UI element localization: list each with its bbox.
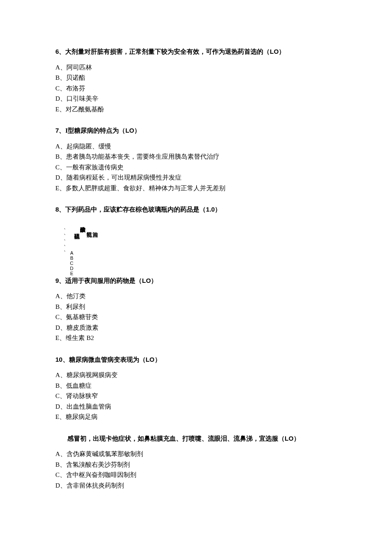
q9-sep: 、	[59, 277, 65, 284]
question-8: 8、下列药品中，应该贮存在棕色玻璃瓶内的药品是（1.0） 、、、、、 ABCDE…	[55, 205, 337, 276]
q8-close: ）	[215, 206, 221, 213]
q10-text: 糖尿病微血管病变表现为（	[69, 356, 146, 363]
q10-number: 10	[55, 356, 63, 363]
q9-options: A、他汀类 B、利尿剂 C、氨基糖苷类 D、糖皮质激素 E、维生素 B2	[55, 291, 337, 343]
q10-opt-a: A、糖尿病视网膜病变	[55, 370, 337, 380]
q10-opt-b: B、低血糖症	[55, 381, 337, 391]
question-11: 感冒初，出现卡他症状，如鼻粘膜充血、打喷嚏、流眼泪、流鼻涕，宜选服（LO） A、…	[55, 434, 337, 491]
q7-sep: 、	[59, 127, 65, 134]
q11-opt-d: D、含非留体抗炎药制剂	[55, 481, 337, 491]
q11-close: ）	[294, 435, 300, 442]
q7-opt-e: E、多数人肥胖或超重、食欲好、精神体力与正常人并无差别	[55, 183, 337, 193]
q9-opt-a: A、他汀类	[55, 291, 337, 301]
question-9: 9、适用于夜间服用的药物是（LO） A、他汀类 B、利尿剂 C、氨基糖苷类 D、…	[55, 276, 337, 343]
q8-vcol1: 、、、、、	[63, 227, 69, 255]
q9-text: 适用于夜间服用的药物是（	[65, 277, 142, 284]
q9-opt-e: E、维生素 B2	[55, 333, 337, 343]
q8-vcol2: ABCDE	[69, 250, 74, 276]
q6-opt-e: E、对乙酰氨基酚	[55, 105, 337, 114]
q9-opt-b: B、利尿剂	[55, 302, 337, 312]
q6-options: A、阿司匹林 B、贝诺酯 C、布洛芬 D、口引味美辛 E、对乙酰氨基酚	[55, 63, 337, 114]
q7-opt-c: C、一般有家族遗传病史	[55, 163, 337, 172]
q10-score: LO	[146, 356, 155, 363]
q6-text: 大剂量对肝脏有损害，正常剂量下较为安全有效，可作为退热药首选的（	[65, 48, 270, 55]
q8-sep: 、	[59, 206, 65, 213]
q7-score: LO	[125, 127, 134, 134]
q10-options: A、糖尿病视网膜病变 B、低血糖症 C、肾动脉狭窄 D、出血性脑血管病 E、糖尿…	[55, 370, 337, 422]
q9-close: ）	[151, 277, 157, 284]
q9-opt-d: D、糖皮质激素	[55, 323, 337, 333]
q8-text: 下列药品中，应该贮存在棕色玻璃瓶内的药品是（	[65, 206, 206, 213]
question-9-title: 9、适用于夜间服用的药物是（LO）	[55, 276, 337, 286]
question-7: 7、I型糖尿病的特点为（LO） A、起病隐匿、缓慢 B、患者胰岛功能基本丧失，需…	[55, 126, 337, 193]
q8-options-vertical: 、、、、、 ABCDE 硫硫狂硝脂 镁酸酸糖犬酸肪 铝疫甘乳 片苗油	[63, 221, 337, 276]
question-7-title: 7、I型糖尿病的特点为（LO）	[55, 126, 337, 136]
q6-score: LO	[270, 48, 279, 55]
q7-opt-b: B、患者胰岛功能基本丧失，需要终生应用胰岛素替代治疗	[55, 152, 337, 162]
q11-score: LO	[285, 435, 294, 442]
q10-opt-e: E、糖尿病足病	[55, 412, 337, 422]
q10-close: ）	[155, 356, 161, 363]
q7-text1: 型糖尿病的特点为（	[68, 127, 125, 134]
q9-score: LO	[142, 277, 151, 284]
q10-opt-d: D、出血性脑血管病	[55, 402, 337, 412]
question-11-title: 感冒初，出现卡他症状，如鼻粘膜充血、打喷嚏、流眼泪、流鼻涕，宜选服（LO）	[67, 434, 337, 444]
q6-opt-c: C、布洛芬	[55, 84, 337, 93]
q11-opt-b: B、含氢溴酸右美沙芬制剂	[55, 460, 337, 470]
q7-opt-d: D、随着病程延长，可出现精尿病慢性并发症	[55, 173, 337, 183]
question-8-title: 8、下列药品中，应该贮存在棕色玻璃瓶内的药品是（1.0）	[55, 205, 337, 215]
q6-opt-b: B、贝诺酯	[55, 73, 337, 83]
q7-options: A、起病隐匿、缓慢 B、患者胰岛功能基本丧失，需要终生应用胰岛素替代治疗 C、一…	[55, 142, 337, 193]
question-6: 6、大剂量对肝脏有损害，正常剂量下较为安全有效，可作为退热药首选的（LO） A、…	[55, 47, 337, 114]
q6-close: ）	[279, 48, 285, 55]
q10-sep: 、	[63, 356, 69, 363]
q11-opt-c: C、含中枢兴奋剂咖啡因制剂	[55, 470, 337, 480]
q9-opt-c: C、氨基糖苷类	[55, 312, 337, 322]
q11-opt-a: A、含伪麻黄碱或氯苯那敏制剂	[55, 449, 337, 459]
q11-text: 感冒初，出现卡他症状，如鼻粘膜充血、打喷嚏、流眼泪、流鼻涕，宜选服（	[67, 435, 285, 442]
q6-sep: 、	[59, 48, 65, 55]
q8-score: 1.0	[206, 206, 215, 213]
q6-opt-d: D、口引味美辛	[55, 94, 337, 104]
q7-opt-a: A、起病隐匿、缓慢	[55, 142, 337, 151]
question-6-title: 6、大剂量对肝脏有损害，正常剂量下较为安全有效，可作为退热药首选的（LO）	[55, 47, 337, 57]
q6-opt-a: A、阿司匹林	[55, 63, 337, 73]
question-10: 10、糖尿病微血管病变表现为（LO） A、糖尿病视网膜病变 B、低血糖症 C、肾…	[55, 355, 337, 422]
q10-opt-c: C、肾动脉狭窄	[55, 391, 337, 401]
question-10-title: 10、糖尿病微血管病变表现为（LO）	[55, 355, 337, 365]
q7-close: ）	[134, 127, 141, 134]
q11-options: A、含伪麻黄碱或氯苯那敏制剂 B、含氢溴酸右美沙芬制剂 C、含中枢兴奋剂咖啡因制…	[55, 449, 337, 490]
